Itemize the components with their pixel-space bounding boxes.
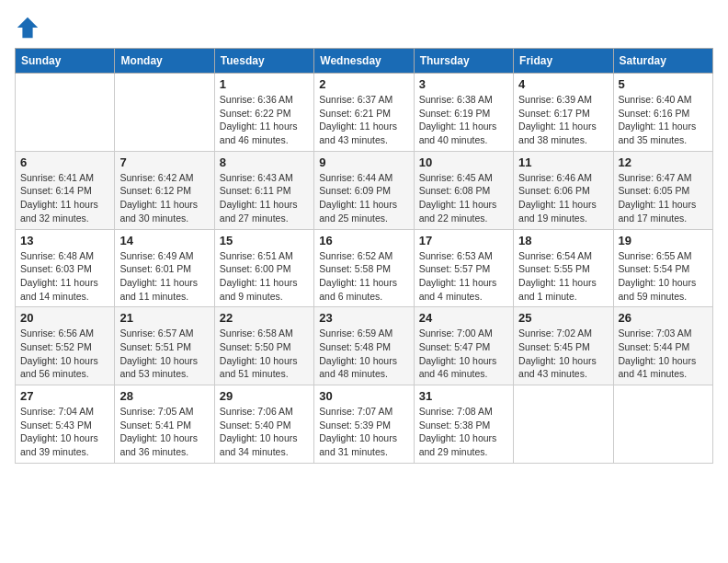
calendar-week-row: 1Sunrise: 6:36 AM Sunset: 6:22 PM Daylig… xyxy=(16,74,713,152)
day-number: 31 xyxy=(419,389,508,403)
day-number: 11 xyxy=(518,155,608,169)
day-number: 20 xyxy=(20,311,109,325)
calendar-cell: 7Sunrise: 6:42 AM Sunset: 6:12 PM Daylig… xyxy=(115,151,214,229)
day-info: Sunrise: 6:36 AM Sunset: 6:22 PM Dayligh… xyxy=(220,93,309,147)
calendar-cell: 10Sunrise: 6:45 AM Sunset: 6:08 PM Dayli… xyxy=(414,151,513,229)
calendar-cell: 29Sunrise: 7:06 AM Sunset: 5:40 PM Dayli… xyxy=(214,385,313,464)
page-header xyxy=(15,15,713,40)
svg-marker-0 xyxy=(17,17,38,38)
day-number: 7 xyxy=(119,155,209,169)
weekday-header-cell: Monday xyxy=(115,49,214,74)
day-info: Sunrise: 6:41 AM Sunset: 6:14 PM Dayligh… xyxy=(20,171,109,225)
calendar-cell: 28Sunrise: 7:05 AM Sunset: 5:41 PM Dayli… xyxy=(115,385,214,464)
calendar-cell xyxy=(16,74,115,152)
logo xyxy=(15,15,44,40)
weekday-header-cell: Sunday xyxy=(16,49,115,74)
day-info: Sunrise: 7:08 AM Sunset: 5:38 PM Dayligh… xyxy=(419,405,508,459)
weekday-header-cell: Wednesday xyxy=(314,49,414,74)
calendar-cell: 26Sunrise: 7:03 AM Sunset: 5:44 PM Dayli… xyxy=(613,307,712,385)
day-number: 30 xyxy=(319,389,408,403)
calendar-cell: 9Sunrise: 6:44 AM Sunset: 6:09 PM Daylig… xyxy=(314,151,414,229)
calendar-cell: 18Sunrise: 6:54 AM Sunset: 5:55 PM Dayli… xyxy=(514,229,613,307)
day-info: Sunrise: 6:37 AM Sunset: 6:21 PM Dayligh… xyxy=(319,93,408,147)
day-number: 17 xyxy=(419,234,508,247)
day-number: 21 xyxy=(119,311,209,325)
day-number: 26 xyxy=(619,311,708,325)
day-number: 25 xyxy=(518,311,608,325)
day-number: 4 xyxy=(518,77,608,91)
day-info: Sunrise: 6:46 AM Sunset: 6:06 PM Dayligh… xyxy=(518,171,608,225)
day-number: 1 xyxy=(220,77,309,91)
day-number: 6 xyxy=(20,155,109,169)
weekday-header-cell: Saturday xyxy=(613,49,712,74)
day-info: Sunrise: 6:58 AM Sunset: 5:50 PM Dayligh… xyxy=(220,327,309,381)
day-info: Sunrise: 6:40 AM Sunset: 6:16 PM Dayligh… xyxy=(619,93,708,147)
day-info: Sunrise: 6:55 AM Sunset: 5:54 PM Dayligh… xyxy=(619,249,708,304)
day-info: Sunrise: 6:42 AM Sunset: 6:12 PM Dayligh… xyxy=(119,171,209,225)
calendar-cell: 22Sunrise: 6:58 AM Sunset: 5:50 PM Dayli… xyxy=(214,307,313,385)
weekday-header-cell: Thursday xyxy=(414,49,513,74)
calendar-cell: 23Sunrise: 6:59 AM Sunset: 5:48 PM Dayli… xyxy=(314,307,414,385)
day-number: 5 xyxy=(619,77,708,91)
day-number: 24 xyxy=(419,311,508,325)
day-info: Sunrise: 7:07 AM Sunset: 5:39 PM Dayligh… xyxy=(319,405,408,459)
day-info: Sunrise: 7:00 AM Sunset: 5:47 PM Dayligh… xyxy=(419,327,508,381)
calendar-cell: 20Sunrise: 6:56 AM Sunset: 5:52 PM Dayli… xyxy=(16,307,115,385)
day-number: 23 xyxy=(319,311,408,325)
day-info: Sunrise: 6:53 AM Sunset: 5:57 PM Dayligh… xyxy=(419,249,508,304)
day-info: Sunrise: 6:45 AM Sunset: 6:08 PM Dayligh… xyxy=(419,171,508,225)
day-number: 28 xyxy=(119,389,209,403)
day-info: Sunrise: 6:48 AM Sunset: 6:03 PM Dayligh… xyxy=(20,249,109,304)
day-info: Sunrise: 6:43 AM Sunset: 6:11 PM Dayligh… xyxy=(220,171,309,225)
calendar-cell: 16Sunrise: 6:52 AM Sunset: 5:58 PM Dayli… xyxy=(314,229,414,307)
calendar-cell: 19Sunrise: 6:55 AM Sunset: 5:54 PM Dayli… xyxy=(613,229,712,307)
day-info: Sunrise: 7:03 AM Sunset: 5:44 PM Dayligh… xyxy=(619,327,708,381)
calendar-cell xyxy=(115,74,214,152)
day-info: Sunrise: 6:51 AM Sunset: 6:00 PM Dayligh… xyxy=(220,249,309,304)
calendar-cell: 25Sunrise: 7:02 AM Sunset: 5:45 PM Dayli… xyxy=(514,307,613,385)
calendar-week-row: 6Sunrise: 6:41 AM Sunset: 6:14 PM Daylig… xyxy=(16,151,713,229)
calendar-cell: 5Sunrise: 6:40 AM Sunset: 6:16 PM Daylig… xyxy=(613,74,712,152)
calendar-cell: 6Sunrise: 6:41 AM Sunset: 6:14 PM Daylig… xyxy=(16,151,115,229)
day-number: 19 xyxy=(619,234,708,247)
day-number: 27 xyxy=(20,389,109,403)
day-number: 18 xyxy=(518,234,608,247)
calendar-cell: 14Sunrise: 6:49 AM Sunset: 6:01 PM Dayli… xyxy=(115,229,214,307)
day-number: 29 xyxy=(220,389,309,403)
calendar-cell: 11Sunrise: 6:46 AM Sunset: 6:06 PM Dayli… xyxy=(514,151,613,229)
day-info: Sunrise: 6:44 AM Sunset: 6:09 PM Dayligh… xyxy=(319,171,408,225)
day-info: Sunrise: 6:59 AM Sunset: 5:48 PM Dayligh… xyxy=(319,327,408,381)
calendar-week-row: 27Sunrise: 7:04 AM Sunset: 5:43 PM Dayli… xyxy=(16,385,713,464)
calendar-body: 1Sunrise: 6:36 AM Sunset: 6:22 PM Daylig… xyxy=(16,74,713,464)
calendar-cell: 8Sunrise: 6:43 AM Sunset: 6:11 PM Daylig… xyxy=(214,151,313,229)
day-number: 10 xyxy=(419,155,508,169)
calendar-cell: 27Sunrise: 7:04 AM Sunset: 5:43 PM Dayli… xyxy=(16,385,115,464)
day-info: Sunrise: 7:05 AM Sunset: 5:41 PM Dayligh… xyxy=(119,405,209,459)
day-number: 9 xyxy=(319,155,408,169)
calendar-cell: 13Sunrise: 6:48 AM Sunset: 6:03 PM Dayli… xyxy=(16,229,115,307)
calendar-cell: 30Sunrise: 7:07 AM Sunset: 5:39 PM Dayli… xyxy=(314,385,414,464)
day-number: 13 xyxy=(20,234,109,247)
day-info: Sunrise: 7:04 AM Sunset: 5:43 PM Dayligh… xyxy=(20,405,109,459)
day-number: 3 xyxy=(419,77,508,91)
calendar-cell: 3Sunrise: 6:38 AM Sunset: 6:19 PM Daylig… xyxy=(414,74,513,152)
day-number: 15 xyxy=(220,234,309,247)
day-info: Sunrise: 6:47 AM Sunset: 6:05 PM Dayligh… xyxy=(619,171,708,225)
day-info: Sunrise: 7:02 AM Sunset: 5:45 PM Dayligh… xyxy=(518,327,608,381)
day-info: Sunrise: 6:56 AM Sunset: 5:52 PM Dayligh… xyxy=(20,327,109,381)
calendar-cell: 24Sunrise: 7:00 AM Sunset: 5:47 PM Dayli… xyxy=(414,307,513,385)
day-number: 22 xyxy=(220,311,309,325)
calendar-cell xyxy=(514,385,613,464)
calendar-table: SundayMondayTuesdayWednesdayThursdayFrid… xyxy=(15,48,713,464)
calendar-cell: 12Sunrise: 6:47 AM Sunset: 6:05 PM Dayli… xyxy=(613,151,712,229)
day-number: 14 xyxy=(119,234,209,247)
calendar-week-row: 13Sunrise: 6:48 AM Sunset: 6:03 PM Dayli… xyxy=(16,229,713,307)
calendar-cell: 15Sunrise: 6:51 AM Sunset: 6:00 PM Dayli… xyxy=(214,229,313,307)
calendar-cell: 17Sunrise: 6:53 AM Sunset: 5:57 PM Dayli… xyxy=(414,229,513,307)
day-info: Sunrise: 6:52 AM Sunset: 5:58 PM Dayligh… xyxy=(319,249,408,304)
day-info: Sunrise: 6:38 AM Sunset: 6:19 PM Dayligh… xyxy=(419,93,508,147)
calendar-cell: 1Sunrise: 6:36 AM Sunset: 6:22 PM Daylig… xyxy=(214,74,313,152)
weekday-header-cell: Tuesday xyxy=(214,49,313,74)
weekday-header-row: SundayMondayTuesdayWednesdayThursdayFrid… xyxy=(16,49,713,74)
weekday-header-cell: Friday xyxy=(514,49,613,74)
